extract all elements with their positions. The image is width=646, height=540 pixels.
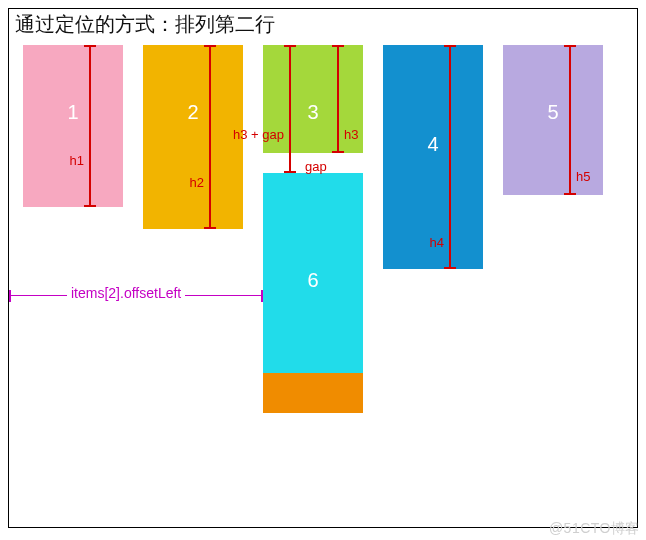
- bar-label: 3: [263, 101, 363, 124]
- dim-h3: h3: [337, 45, 339, 153]
- bar-label: 6: [263, 269, 363, 292]
- diagram-canvas: 1 2 3 4 5 6 h1 h2 h3: [9, 45, 637, 527]
- dim-h3-plus-gap: h3 + gap: [289, 45, 291, 173]
- dim-label: h1: [70, 153, 84, 168]
- bar-6: 6: [263, 173, 363, 373]
- diagram-frame: 通过定位的方式：排列第二行 1 2 3 4 5 6 h1 h2: [8, 8, 638, 528]
- bar-label: 5: [503, 101, 603, 124]
- dim-label: h4: [430, 235, 444, 250]
- dim-label: h3 + gap: [233, 127, 284, 142]
- dim-h4: h4: [449, 45, 451, 269]
- dim-label: h5: [576, 169, 590, 184]
- bar-label: 1: [23, 101, 123, 124]
- bar-7: [263, 373, 363, 413]
- dim-h1: h1: [89, 45, 91, 207]
- diagram-title: 通过定位的方式：排列第二行: [15, 11, 275, 38]
- bar-label: 2: [143, 101, 243, 124]
- bar-label: 4: [383, 133, 483, 156]
- dim-label: h2: [190, 175, 204, 190]
- bar-2: 2: [143, 45, 243, 229]
- dim-h2: h2: [209, 45, 211, 229]
- gap-label: gap: [305, 159, 327, 174]
- bar-1: 1: [23, 45, 123, 207]
- dim-h5: h5: [569, 45, 571, 195]
- dim-label: h3: [344, 127, 358, 142]
- dim-offset-left-label: items[2].offsetLeft: [67, 285, 185, 301]
